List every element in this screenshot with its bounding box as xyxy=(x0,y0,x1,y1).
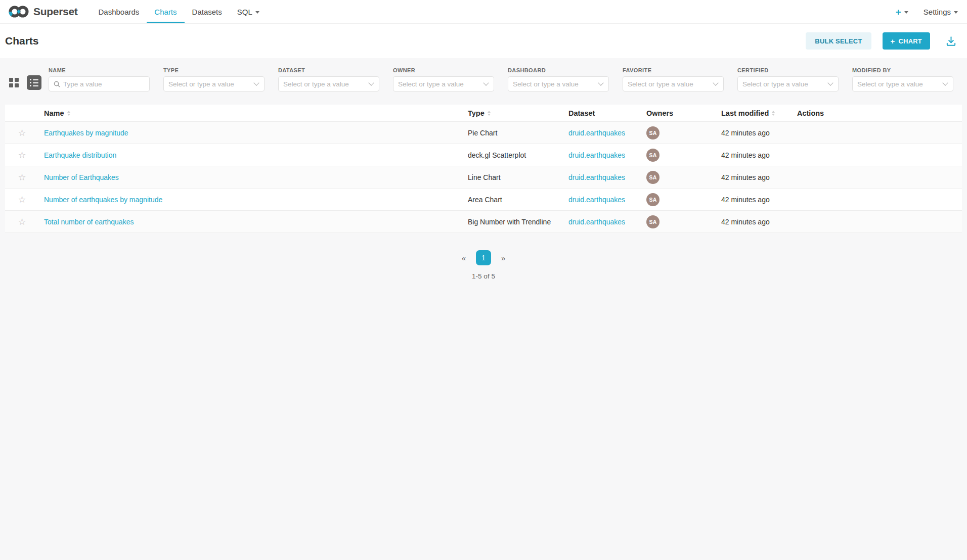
favorite-star-icon[interactable]: ☆ xyxy=(18,195,26,204)
header-actions: BULK SELECT + CHART xyxy=(806,32,959,50)
page-header: Charts BULK SELECT + CHART xyxy=(0,24,967,58)
download-icon xyxy=(945,35,957,47)
type-filter-select[interactable]: Select or type a value xyxy=(163,76,265,91)
table-row: ☆ Number of Earthquakes Line Chart druid… xyxy=(5,166,962,189)
filter-name: NAME xyxy=(49,67,150,91)
table-row: ☆ Earthquakes by magnitude Pie Chart dru… xyxy=(5,122,962,144)
table-header-row: Name Type Dataset Owners Last modified A… xyxy=(5,105,962,122)
plus-icon: + xyxy=(891,37,895,45)
chart-name-link[interactable]: Number of earthquakes by magnitude xyxy=(44,196,162,204)
dataset-link[interactable]: druid.earthquakes xyxy=(568,173,625,181)
nav-item-sql[interactable]: SQL xyxy=(230,0,267,23)
name-filter-input[interactable] xyxy=(63,80,145,88)
filter-dataset: DATASET Select or type a value xyxy=(278,67,379,91)
filter-bar: NAME TYPE Select or type a value xyxy=(0,58,967,100)
nav-item-datasets[interactable]: Datasets xyxy=(185,0,230,23)
sort-icon xyxy=(488,111,491,116)
filters: NAME TYPE Select or type a value xyxy=(49,67,953,91)
dataset-link[interactable]: druid.earthquakes xyxy=(568,218,625,226)
chevron-down-icon xyxy=(368,80,374,85)
settings-menu-button[interactable]: Settings xyxy=(924,8,958,16)
chart-type: deck.gl Scatterplot xyxy=(463,151,563,159)
dashboard-filter-select[interactable]: Select or type a value xyxy=(508,76,609,91)
chevron-down-icon xyxy=(942,80,948,85)
column-header-owners: Owners xyxy=(641,109,716,117)
column-header-type[interactable]: Type xyxy=(463,109,563,117)
table-row: ☆ Total number of earthquakes Big Number… xyxy=(5,211,962,233)
superset-logo[interactable]: Superset xyxy=(8,0,77,23)
dataset-link[interactable]: druid.earthquakes xyxy=(568,196,625,204)
charts-table: Name Type Dataset Owners Last modified A… xyxy=(5,105,962,233)
filter-modified-by: MODIFIED BY Select or type a value xyxy=(852,67,953,91)
filter-type: TYPE Select or type a value xyxy=(163,67,265,91)
filter-dashboard: DASHBOARD Select or type a value xyxy=(508,67,609,91)
favorite-filter-select[interactable]: Select or type a value xyxy=(623,76,724,91)
chart-name-link[interactable]: Earthquake distribution xyxy=(44,151,116,159)
chart-name-link[interactable]: Total number of earthquakes xyxy=(44,218,134,226)
last-modified: 42 minutes ago xyxy=(716,218,792,226)
bulk-select-button[interactable]: BULK SELECT xyxy=(806,32,871,50)
card-view-toggle[interactable] xyxy=(9,78,19,87)
plus-icon: + xyxy=(896,7,901,17)
brand-name: Superset xyxy=(33,6,77,18)
list-view-toggle[interactable] xyxy=(27,75,41,90)
favorite-star-icon[interactable]: ☆ xyxy=(18,128,26,137)
chevron-down-icon xyxy=(598,80,603,85)
owner-avatar: SA xyxy=(646,215,660,228)
column-header-name[interactable]: Name xyxy=(39,109,463,117)
chevron-down-icon xyxy=(954,11,958,14)
row-count-summary: 1-5 of 5 xyxy=(0,272,967,280)
table-row: ☆ Earthquake distribution deck.gl Scatte… xyxy=(5,144,962,166)
chart-name-link[interactable]: Number of Earthquakes xyxy=(44,173,119,181)
filter-certified: CERTIFIED Select or type a value xyxy=(737,67,839,91)
chart-type: Pie Chart xyxy=(463,129,563,137)
owner-filter-select[interactable]: Select or type a value xyxy=(393,76,494,91)
certified-filter-select[interactable]: Select or type a value xyxy=(737,76,839,91)
column-header-dataset: Dataset xyxy=(563,109,641,117)
favorite-star-icon[interactable]: ☆ xyxy=(18,217,26,226)
charts-list-page: Superset Dashboards Charts Datasets SQL … xyxy=(0,0,967,560)
last-modified: 42 minutes ago xyxy=(716,151,792,159)
main-nav: Dashboards Charts Datasets SQL xyxy=(91,0,267,23)
chevron-down-icon xyxy=(904,11,908,14)
chevron-down-icon xyxy=(255,11,259,14)
owner-avatar: SA xyxy=(646,193,660,206)
next-page-button[interactable]: » xyxy=(501,254,505,262)
owner-avatar: SA xyxy=(646,126,660,139)
table-row: ☆ Number of earthquakes by magnitude Are… xyxy=(5,189,962,211)
nav-item-charts[interactable]: Charts xyxy=(147,0,184,23)
last-modified: 42 minutes ago xyxy=(716,196,792,204)
import-charts-button[interactable] xyxy=(943,33,959,49)
page-1-button[interactable]: 1 xyxy=(476,250,491,265)
chevron-down-icon xyxy=(483,80,489,85)
dataset-link[interactable]: druid.earthquakes xyxy=(568,151,625,159)
favorite-star-icon[interactable]: ☆ xyxy=(18,173,26,182)
chart-type: Big Number with Trendline xyxy=(463,218,563,226)
column-header-actions: Actions xyxy=(792,109,962,117)
infinity-logo-icon xyxy=(8,5,29,19)
chevron-down-icon xyxy=(713,80,718,85)
favorite-star-icon[interactable]: ☆ xyxy=(18,151,26,160)
chart-type: Area Chart xyxy=(463,196,563,204)
chart-name-link[interactable]: Earthquakes by magnitude xyxy=(44,129,128,137)
dataset-link[interactable]: druid.earthquakes xyxy=(568,129,625,137)
dataset-filter-select[interactable]: Select or type a value xyxy=(278,76,379,91)
column-header-last-modified[interactable]: Last modified xyxy=(716,109,792,117)
top-navbar: Superset Dashboards Charts Datasets SQL … xyxy=(0,0,967,24)
last-modified: 42 minutes ago xyxy=(716,129,792,137)
table-body: ☆ Earthquakes by magnitude Pie Chart dru… xyxy=(5,122,962,233)
grid-view-icon xyxy=(9,78,19,87)
filter-owner: OWNER Select or type a value xyxy=(393,67,494,91)
nav-item-dashboards[interactable]: Dashboards xyxy=(91,0,147,23)
modified-by-filter-select[interactable]: Select or type a value xyxy=(852,76,953,91)
prev-page-button[interactable]: « xyxy=(462,254,466,262)
view-mode-toggles xyxy=(9,75,41,90)
new-menu-button[interactable]: + xyxy=(896,7,908,17)
last-modified: 42 minutes ago xyxy=(716,173,792,181)
owner-avatar: SA xyxy=(646,149,660,162)
filter-favorite: FAVORITE Select or type a value xyxy=(623,67,724,91)
add-chart-button[interactable]: + CHART xyxy=(883,32,930,50)
chart-type: Line Chart xyxy=(463,173,563,181)
pagination: « 1 » xyxy=(0,250,967,265)
page-title: Charts xyxy=(5,35,39,47)
